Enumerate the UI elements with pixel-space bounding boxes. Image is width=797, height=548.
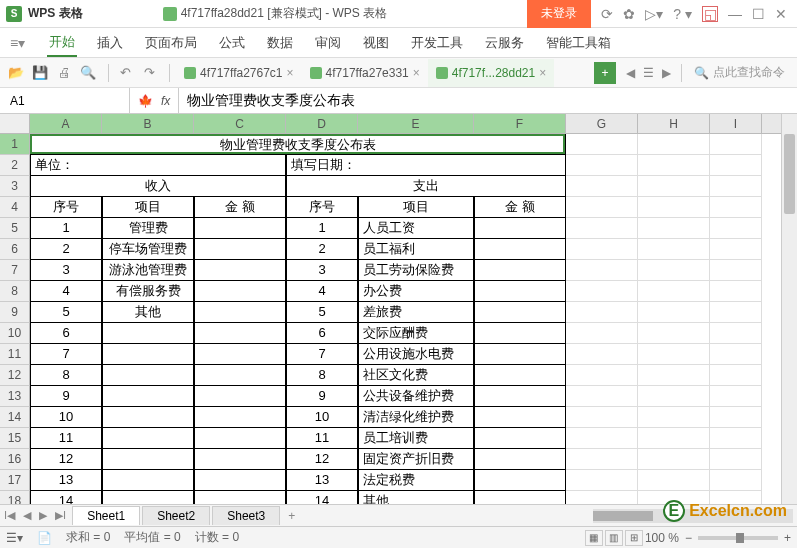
cell[interactable] <box>638 344 710 365</box>
cell[interactable]: 序号 <box>30 197 102 218</box>
cell[interactable] <box>102 491 194 504</box>
cell[interactable]: 停车场管理费 <box>102 239 194 260</box>
cell[interactable] <box>710 344 762 365</box>
menu-smart-toolbox[interactable]: 智能工具箱 <box>544 30 613 56</box>
grid-rows[interactable]: 1物业管理费收支季度公布表2单位：填写日期：3收入支出4序号项目金 额序号项目金… <box>0 134 781 504</box>
minimize-icon[interactable]: — <box>728 6 742 22</box>
cell[interactable]: 7 <box>30 344 102 365</box>
cell[interactable] <box>710 197 762 218</box>
doc-tab-2[interactable]: 4f717f...28dd21× <box>428 59 554 87</box>
cell[interactable] <box>566 470 638 491</box>
cell[interactable] <box>474 449 566 470</box>
cell[interactable] <box>638 407 710 428</box>
grid-row[interactable]: 1066交际应酬费 <box>0 323 781 344</box>
row-header[interactable]: 16 <box>0 449 30 470</box>
cell[interactable] <box>566 218 638 239</box>
row-header[interactable]: 2 <box>0 155 30 176</box>
menu-data[interactable]: 数据 <box>265 30 295 56</box>
cell[interactable]: 序号 <box>286 197 358 218</box>
sheet-nav-first-icon[interactable]: I◀ <box>0 509 19 522</box>
cell[interactable]: 差旅费 <box>358 302 474 323</box>
menu-insert[interactable]: 插入 <box>95 30 125 56</box>
cell[interactable] <box>638 449 710 470</box>
cell[interactable] <box>638 260 710 281</box>
add-sheet-button[interactable]: + <box>280 509 303 523</box>
zoom-slider[interactable] <box>698 536 778 540</box>
cell[interactable] <box>638 176 710 197</box>
cell[interactable] <box>194 281 286 302</box>
cell[interactable] <box>710 302 762 323</box>
grid-row[interactable]: 2单位：填写日期： <box>0 155 781 176</box>
cell[interactable]: 管理费 <box>102 218 194 239</box>
cell[interactable]: 支出 <box>286 176 566 197</box>
menu-cloud[interactable]: 云服务 <box>483 30 526 56</box>
cell[interactable] <box>710 155 762 176</box>
tab-prev-icon[interactable]: ◀ <box>622 66 639 80</box>
sheet-tab-1[interactable]: Sheet2 <box>142 506 210 525</box>
cell[interactable] <box>638 155 710 176</box>
cell[interactable] <box>566 260 638 281</box>
cell[interactable] <box>638 323 710 344</box>
doc-tab-1[interactable]: 4f717ffa27e331× <box>302 59 428 87</box>
cell[interactable] <box>102 323 194 344</box>
cell[interactable] <box>194 449 286 470</box>
col-header-A[interactable]: A <box>30 114 102 133</box>
cell[interactable] <box>638 197 710 218</box>
cell[interactable]: 14 <box>286 491 358 504</box>
cell[interactable] <box>638 134 710 155</box>
grid-row[interactable]: 1物业管理费收支季度公布表 <box>0 134 781 155</box>
cell[interactable] <box>474 428 566 449</box>
cell[interactable] <box>566 302 638 323</box>
cell[interactable]: 金 额 <box>194 197 286 218</box>
col-header-E[interactable]: E <box>358 114 474 133</box>
cell[interactable]: 13 <box>30 470 102 491</box>
cell[interactable] <box>566 344 638 365</box>
cell[interactable]: 法定税费 <box>358 470 474 491</box>
cell[interactable] <box>566 281 638 302</box>
cell[interactable] <box>102 344 194 365</box>
login-button[interactable]: 未登录 <box>527 0 591 28</box>
cell[interactable] <box>194 260 286 281</box>
menu-formula[interactable]: 公式 <box>217 30 247 56</box>
menu-dev-tools[interactable]: 开发工具 <box>409 30 465 56</box>
cell[interactable] <box>710 176 762 197</box>
cell[interactable] <box>710 323 762 344</box>
cell[interactable] <box>474 344 566 365</box>
cell[interactable] <box>566 407 638 428</box>
cell[interactable]: 填写日期： <box>286 155 566 176</box>
cell[interactable] <box>474 470 566 491</box>
zoom-out-icon[interactable]: − <box>685 531 692 545</box>
cell[interactable]: 公用设施水电费 <box>358 344 474 365</box>
cell[interactable]: 项目 <box>358 197 474 218</box>
feedback-icon[interactable]: ▷▾ <box>645 6 663 22</box>
cell[interactable]: 办公费 <box>358 281 474 302</box>
row-header[interactable]: 10 <box>0 323 30 344</box>
cell[interactable] <box>566 386 638 407</box>
cell[interactable] <box>194 344 286 365</box>
cell[interactable]: 员工福利 <box>358 239 474 260</box>
cell[interactable]: 其他 <box>358 491 474 504</box>
cell[interactable] <box>710 365 762 386</box>
row-header[interactable]: 17 <box>0 470 30 491</box>
skin-icon[interactable]: ✿ <box>623 6 635 22</box>
cell[interactable] <box>194 218 286 239</box>
grid-row[interactable]: 73游泳池管理费3员工劳动保险费 <box>0 260 781 281</box>
row-header[interactable]: 4 <box>0 197 30 218</box>
row-header[interactable]: 12 <box>0 365 30 386</box>
cell[interactable] <box>102 470 194 491</box>
row-header[interactable]: 13 <box>0 386 30 407</box>
grid-row[interactable]: 1177公用设施水电费 <box>0 344 781 365</box>
cell[interactable] <box>194 491 286 504</box>
cell[interactable] <box>474 260 566 281</box>
cell[interactable]: 8 <box>286 365 358 386</box>
col-header-G[interactable]: G <box>566 114 638 133</box>
cell[interactable] <box>710 239 762 260</box>
sheet-nav-last-icon[interactable]: ▶I <box>51 509 70 522</box>
cell[interactable] <box>710 407 762 428</box>
cell[interactable]: 物业管理费收支季度公布表 <box>30 134 566 155</box>
cell[interactable] <box>474 386 566 407</box>
col-header-D[interactable]: D <box>286 114 358 133</box>
maximize-icon[interactable]: ☐ <box>752 6 765 22</box>
cell[interactable] <box>474 407 566 428</box>
cell[interactable]: 公共设备维护费 <box>358 386 474 407</box>
